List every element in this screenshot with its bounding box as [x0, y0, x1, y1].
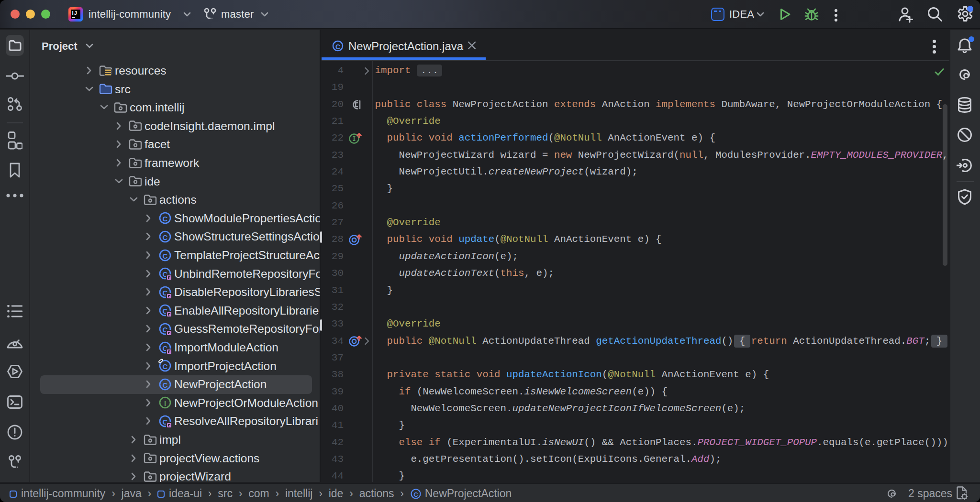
svg-text:C: C — [335, 43, 340, 51]
svg-text:C: C — [163, 215, 168, 223]
svg-text:C: C — [163, 252, 168, 260]
svg-text:I: I — [164, 399, 166, 407]
svg-text:C: C — [413, 491, 418, 498]
svg-text:C: C — [163, 233, 168, 241]
svg-text:C: C — [163, 381, 168, 389]
svg-text:C: C — [163, 362, 168, 371]
